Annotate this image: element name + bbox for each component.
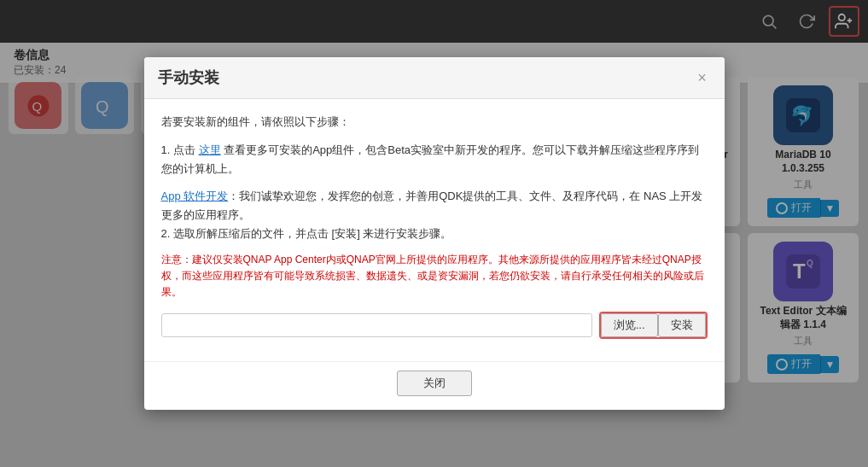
dialog-footer: 关闭 bbox=[144, 361, 725, 410]
browse-button[interactable]: 浏览... bbox=[601, 313, 658, 337]
dialog-body: 若要安装新的组件，请依照以下步骤： 1. 点击 这里 查看更多可安装的App组件… bbox=[144, 99, 725, 357]
modal-overlay: 手动安装 × 若要安装新的组件，请依照以下步骤： 1. 点击 这里 查看更多可安… bbox=[0, 0, 868, 467]
step1-text: 1. 点击 这里 查看更多可安装的App组件，包含Beta实验室中新开发的程序。… bbox=[161, 141, 708, 178]
app-dev-link[interactable]: App 软件开发 bbox=[161, 190, 229, 202]
step2-text: App 软件开发：我们诚挚欢迎您，发挥您的创意，并善用QDK提供的工具、文件、及… bbox=[161, 187, 708, 243]
file-select-row: 浏览... 安装 bbox=[161, 312, 708, 339]
warning-text: 注意：建议仅安装QNAP App Center内或QNAP官网上所提供的应用程序… bbox=[161, 252, 708, 301]
install-button[interactable]: 安装 bbox=[658, 313, 706, 337]
file-path-input[interactable] bbox=[161, 313, 592, 337]
action-buttons-group: 浏览... 安装 bbox=[599, 312, 708, 339]
instruction-header: 若要安装新的组件，请依照以下步骤： bbox=[161, 113, 708, 131]
close-button[interactable]: 关闭 bbox=[397, 371, 472, 396]
here-link[interactable]: 这里 bbox=[199, 143, 221, 156]
manual-install-dialog: 手动安装 × 若要安装新的组件，请依照以下步骤： 1. 点击 这里 查看更多可安… bbox=[144, 57, 725, 409]
dialog-header: 手动安装 × bbox=[144, 57, 725, 99]
dialog-title: 手动安装 bbox=[158, 67, 219, 88]
dialog-close-button[interactable]: × bbox=[694, 69, 711, 86]
